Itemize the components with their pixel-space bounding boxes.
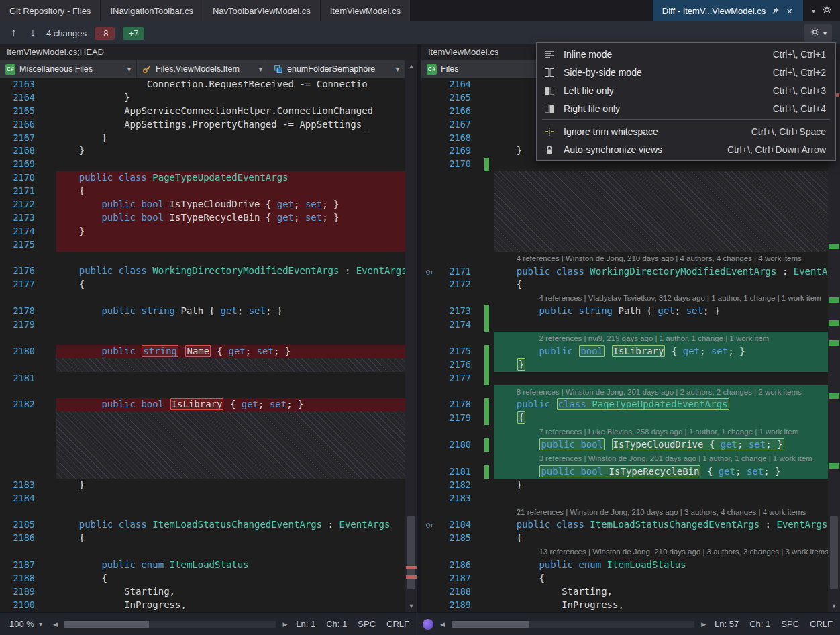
- line-content[interactable]: }: [56, 132, 405, 145]
- line-content[interactable]: }: [56, 91, 405, 105]
- codelens-line[interactable]: 8 references | Winston de Jong, 201 days…: [421, 385, 828, 399]
- line-content[interactable]: [56, 492, 405, 505]
- code-line[interactable]: 2166AppSettings.PropertyChanged -= AppSe…: [0, 118, 405, 132]
- line-content[interactable]: InProgress,: [494, 599, 828, 612]
- breadcrumb-dropdown[interactable]: enumFolderSemaphore▾: [268, 60, 405, 78]
- menu-item-auto-synchronize-views[interactable]: Auto-synchronize viewsCtrl+\, Ctrl+Down …: [537, 140, 835, 158]
- line-content[interactable]: }: [494, 479, 828, 492]
- line-content[interactable]: {: [56, 532, 405, 545]
- right-horizontal-scrollbar[interactable]: [452, 621, 694, 628]
- next-change-button[interactable]: ↓: [28, 26, 39, 40]
- code-line[interactable]: 2176public class WorkingDirectoryModifie…: [0, 264, 405, 278]
- line-content[interactable]: public bool IsLibrary { get; set; }: [494, 345, 828, 358]
- code-line[interactable]: 2183: [421, 492, 828, 505]
- codelens-line[interactable]: 13 references | Winston de Jong, 210 day…: [421, 545, 828, 558]
- codelens-text[interactable]: 3 references | Winston de Jong, 201 days…: [494, 452, 812, 465]
- scrollbar-thumb[interactable]: [830, 516, 838, 589]
- code-line[interactable]: 2173public string Path { get; set; }: [421, 305, 828, 318]
- code-line[interactable]: 2171{: [0, 185, 405, 198]
- code-line[interactable]: 2181public bool IsTypeRecycleBin { get; …: [421, 465, 828, 479]
- code-line[interactable]: 2164}: [0, 91, 405, 105]
- document-tab[interactable]: INavigationToolbar.cs: [101, 0, 203, 21]
- line-content[interactable]: Starting,: [494, 585, 828, 599]
- codelens-text[interactable]: 7 references | Luke Blevins, 258 days ag…: [494, 426, 798, 438]
- code-line[interactable]: ○↑2171public class WorkingDirectoryModif…: [421, 265, 828, 279]
- line-content[interactable]: public bool IsLibrary { get; set; }: [56, 398, 405, 411]
- line-content[interactable]: 13 references | Winston de Jong, 210 day…: [494, 545, 828, 558]
- line-content[interactable]: {: [56, 572, 405, 585]
- line-content[interactable]: {: [494, 572, 828, 585]
- code-line[interactable]: 2175public bool IsLibrary { get; set; }: [421, 345, 828, 358]
- code-line[interactable]: 2190InProgress,: [0, 599, 405, 612]
- line-content[interactable]: public bool IsTypeRecycleBin { get; set;…: [494, 465, 828, 479]
- code-line[interactable]: 2189InProgress,: [421, 599, 828, 612]
- line-content[interactable]: AppSettings.PropertyChanged -= AppSettin…: [56, 118, 405, 132]
- code-line[interactable]: 2165AppServiceConnectionHelper.Connectio…: [0, 105, 405, 118]
- left-horizontal-scrollbar[interactable]: [64, 621, 276, 628]
- code-line[interactable]: 2188{: [0, 572, 405, 585]
- line-content[interactable]: [56, 318, 405, 332]
- code-line[interactable]: 2170public class PageTypeUpdatedEventArg…: [0, 171, 405, 185]
- line-content[interactable]: public bool IsTypeRecycleBin { get; set;…: [56, 211, 405, 225]
- code-line[interactable]: 2180public bool IsTypeCloudDrive { get; …: [421, 438, 828, 452]
- scrollbar-thumb[interactable]: [64, 621, 149, 628]
- codelens-line[interactable]: 7 references | Luke Blevins, 258 days ag…: [421, 425, 828, 438]
- code-line[interactable]: 2184: [0, 492, 405, 505]
- code-line[interactable]: 2176}: [421, 358, 828, 372]
- code-line[interactable]: 2168}: [0, 144, 405, 158]
- code-line[interactable]: 2181: [0, 372, 405, 385]
- line-content[interactable]: public class ItemLoadStatusChangedEventA…: [494, 518, 828, 532]
- code-line[interactable]: 2186{: [0, 532, 405, 545]
- menu-item-side-by-side-mode[interactable]: Side-by-side modeCtrl+\, Ctrl+2: [537, 63, 835, 81]
- line-content[interactable]: public string Path { get; set; }: [56, 305, 405, 318]
- line-content[interactable]: }: [56, 225, 405, 238]
- document-tab[interactable]: Diff - ItemV...ViewModel.cs×: [653, 0, 803, 21]
- codelens-line[interactable]: 4 references | Winston de Jong, 210 days…: [421, 252, 828, 265]
- code-line[interactable]: 2188Starting,: [421, 585, 828, 599]
- left-editor[interactable]: 2163Connection.RequestReceived -= Connec…: [0, 78, 405, 612]
- scroll-right-button[interactable]: ▶: [701, 621, 706, 628]
- code-line[interactable]: 2185public class ItemLoadStatusChangedEv…: [0, 518, 405, 532]
- scroll-down-button[interactable]: ▼: [828, 600, 840, 612]
- line-content[interactable]: [494, 372, 828, 385]
- line-content[interactable]: {: [494, 278, 828, 291]
- code-line[interactable]: 2187public enum ItemLoadStatus: [0, 558, 405, 572]
- code-line[interactable]: 2182}: [421, 479, 828, 492]
- line-content[interactable]: 21 references | Winston de Jong, 210 day…: [494, 505, 828, 519]
- menu-item-left-file-only[interactable]: Left file onlyCtrl+\, Ctrl+3: [537, 81, 835, 99]
- line-content[interactable]: 3 references | Winston de Jong, 201 days…: [494, 452, 828, 465]
- code-line[interactable]: 2163Connection.RequestReceived -= Connec…: [0, 78, 405, 91]
- line-content[interactable]: [56, 238, 405, 252]
- code-line[interactable]: ○↑2184public class ItemLoadStatusChanged…: [421, 518, 828, 532]
- menu-item-ignore-trim-whitespace[interactable]: Ignore trim whitespaceCtrl+\, Ctrl+Space: [537, 122, 835, 140]
- line-content[interactable]: public class PageTypeUpdatedEventArgs: [494, 398, 828, 411]
- codelens-text[interactable]: 2 references | nvi9, 219 days ago | 1 au…: [494, 332, 769, 345]
- line-content[interactable]: Starting,: [56, 585, 405, 599]
- breadcrumb-dropdown[interactable]: Files.ViewModels.Item▾: [137, 60, 268, 78]
- code-line[interactable]: 2186public enum ItemLoadStatus: [421, 558, 828, 572]
- pin-icon[interactable]: [771, 7, 780, 15]
- code-line[interactable]: 2178public class PageTypeUpdatedEventArg…: [421, 398, 828, 411]
- code-line[interactable]: 2169: [0, 158, 405, 171]
- gear-icon[interactable]: [822, 5, 832, 17]
- breadcrumb-dropdown[interactable]: C#Miscellaneous Files▾: [0, 60, 137, 78]
- line-content[interactable]: public bool IsTypeCloudDrive { get; set;…: [494, 438, 828, 452]
- scroll-up-button[interactable]: ▲: [405, 60, 417, 72]
- code-line[interactable]: 2174: [421, 318, 828, 332]
- line-content[interactable]: 2 references | nvi9, 219 days ago | 1 au…: [494, 332, 828, 345]
- code-line[interactable]: 2179{: [421, 411, 828, 425]
- scroll-left-button[interactable]: ◀: [53, 621, 58, 628]
- codelens-line[interactable]: 3 references | Winston de Jong, 201 days…: [421, 452, 828, 465]
- code-line[interactable]: 2187{: [421, 572, 828, 585]
- codelens-text[interactable]: 4 references | Vladyslav Tsvietkov, 312 …: [494, 292, 821, 305]
- left-vertical-scrollbar[interactable]: ▲ ▼: [405, 60, 417, 612]
- scroll-right-button[interactable]: ▶: [282, 621, 287, 628]
- codelens-text[interactable]: 8 references | Winston de Jong, 201 days…: [494, 386, 802, 399]
- code-line[interactable]: 2167}: [0, 132, 405, 145]
- code-line[interactable]: 2175: [0, 238, 405, 252]
- codelens-text[interactable]: 13 references | Winston de Jong, 210 day…: [494, 546, 828, 558]
- line-content[interactable]: public class WorkingDirectoryModifiedEve…: [494, 265, 828, 279]
- line-content[interactable]: public enum ItemLoadStatus: [494, 558, 828, 572]
- line-content[interactable]: public class ItemLoadStatusChangedEventA…: [56, 518, 405, 532]
- line-content[interactable]: {: [494, 411, 828, 425]
